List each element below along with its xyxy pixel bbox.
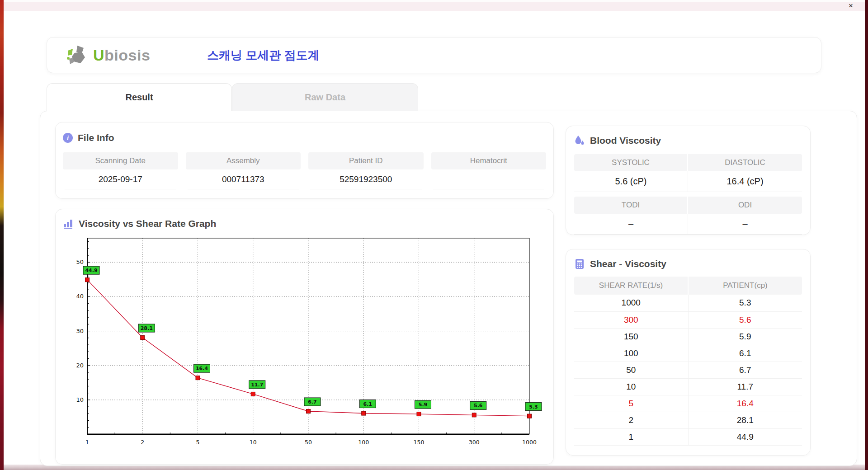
svg-text:40: 40 — [76, 293, 84, 300]
svg-text:5.9: 5.9 — [419, 402, 428, 408]
field-label-assembly: Assembly — [186, 152, 301, 169]
systolic-value: 5.6 (cP) — [574, 171, 688, 192]
svg-text:1000: 1000 — [522, 439, 537, 446]
shear-viscosity-title: Shear - Viscosity — [590, 258, 666, 269]
svg-text:50: 50 — [76, 258, 84, 265]
diastolic-value: 16.4 (cP) — [688, 171, 802, 192]
field-value-hematocrit — [433, 169, 545, 189]
svg-text:28.1: 28.1 — [141, 325, 153, 331]
systolic-label: SYSTOLIC — [574, 154, 688, 171]
svg-text:20: 20 — [76, 362, 84, 369]
patient-cp-cell: 6.1 — [688, 345, 802, 362]
svg-text:1: 1 — [85, 439, 89, 446]
tab-result[interactable]: Result — [47, 83, 232, 111]
svg-text:5.3: 5.3 — [529, 404, 538, 410]
ubiosis-logo: Ubiosis — [66, 45, 162, 66]
file-info-grid: Scanning Date Assembly Patient ID Hemato… — [63, 152, 546, 189]
blood-viscosity-table: SYSTOLIC DIASTOLIC 5.6 (cP) 16.4 (cP) TO… — [574, 154, 802, 235]
svg-text:10: 10 — [250, 439, 257, 446]
svg-text:2: 2 — [141, 439, 144, 446]
blood-viscosity-title: Blood Viscosity — [590, 135, 661, 146]
todi-value: – — [574, 214, 688, 235]
svg-text:44.9: 44.9 — [85, 268, 97, 273]
blood-viscosity-card: Blood Viscosity SYSTOLIC DIASTOLIC 5.6 (… — [566, 126, 811, 235]
shear-table-row: 1006.1 — [574, 345, 802, 362]
shear-table-row: 506.7 — [574, 362, 802, 378]
shear-rate-cell: 2 — [574, 412, 688, 428]
app-window: Ubiosis 스캐닝 모세관 점도계 Result Raw Data i Fi… — [4, 11, 865, 465]
patient-cp-cell: 5.6 — [688, 311, 802, 328]
calculator-icon — [574, 258, 585, 269]
file-info-title: File Info — [78, 132, 114, 143]
brand-name: Ubiosis — [93, 47, 150, 64]
close-icon[interactable]: × — [849, 2, 853, 9]
shear-rate-cell: 150 — [574, 328, 688, 345]
shear-table-row: 516.4 — [574, 395, 802, 412]
svg-text:30: 30 — [76, 328, 84, 334]
brand-letter-u: U — [93, 47, 104, 64]
shear-table-row: 144.9 — [574, 428, 802, 445]
field-value-scanning-date: 2025-09-17 — [65, 169, 176, 189]
header-card: Ubiosis 스캐닝 모세관 점도계 — [47, 37, 821, 73]
window-titlebar: × — [4, 0, 865, 11]
shear-rate-cell: 5 — [574, 395, 688, 412]
field-label-scanning-date: Scanning Date — [63, 152, 178, 169]
field-value-patient-id: 52591923500 — [310, 169, 422, 189]
patient-cp-cell: 5.3 — [688, 295, 802, 311]
field-label-hematocrit: Hematocrit — [431, 152, 547, 169]
svg-text:5.6: 5.6 — [474, 403, 483, 409]
patient-column-header: PATIENT(cp) — [688, 277, 802, 295]
ubiosis-logo-icon — [66, 45, 90, 66]
page-title: 스캐닝 모세관 점도계 — [207, 47, 319, 63]
shear-table-row: 228.1 — [574, 412, 802, 428]
todi-label: TODI — [574, 197, 688, 214]
svg-text:150: 150 — [414, 439, 425, 446]
row-gap — [574, 192, 802, 197]
diastolic-label: DIASTOLIC — [688, 154, 802, 171]
shear-table-row: 1505.9 — [574, 328, 802, 345]
shear-table-body: 10005.33005.61505.91006.1506.71011.7516.… — [574, 295, 802, 445]
info-icon: i — [63, 133, 73, 143]
shear-table-row: 10005.3 — [574, 295, 802, 311]
patient-cp-cell: 44.9 — [688, 428, 802, 445]
desktop-edge-right — [865, 0, 868, 470]
odi-value: – — [688, 214, 802, 235]
file-info-card: i File Info Scanning Date Assembly Patie… — [55, 122, 554, 199]
odi-label: ODI — [688, 197, 802, 214]
droplets-icon — [574, 135, 585, 146]
screen: × Ubiosis 스캐닝 모세관 점도계 Result Raw Data i — [0, 0, 868, 470]
svg-text:6.1: 6.1 — [363, 401, 373, 407]
shear-viscosity-card: Shear - Viscosity SHEAR RATE(1/s) PATIEN… — [566, 249, 811, 456]
viscosity-chart: 10203040501251050100150300100044.928.116… — [70, 233, 542, 451]
svg-text:16.4: 16.4 — [196, 366, 208, 371]
svg-text:10: 10 — [76, 396, 84, 403]
shear-viscosity-header: Shear - Viscosity — [574, 258, 802, 269]
shear-rate-cell: 1000 — [574, 295, 688, 311]
svg-text:11.7: 11.7 — [251, 382, 263, 388]
desktop-edge-left — [0, 0, 4, 470]
svg-text:5: 5 — [196, 439, 200, 446]
svg-text:6.7: 6.7 — [308, 399, 317, 405]
shear-rate-cell: 1 — [574, 428, 688, 445]
patient-cp-cell: 6.7 — [688, 362, 802, 378]
blood-viscosity-header: Blood Viscosity — [574, 135, 802, 146]
graph-header: Viscosity vs Shear Rate Graph — [63, 218, 546, 229]
patient-cp-cell: 5.9 — [688, 328, 802, 345]
shear-rate-column-header: SHEAR RATE(1/s) — [574, 277, 688, 295]
shear-viscosity-table: SHEAR RATE(1/s) PATIENT(cp) 10005.33005.… — [574, 277, 802, 446]
file-info-header: i File Info — [63, 132, 546, 143]
svg-text:300: 300 — [469, 439, 480, 446]
brand-rest: biosis — [104, 47, 150, 64]
shear-rate-cell: 10 — [574, 378, 688, 395]
patient-cp-cell: 11.7 — [688, 378, 802, 395]
svg-text:100: 100 — [358, 439, 369, 446]
shear-table-row: 3005.6 — [574, 311, 802, 328]
patient-cp-cell: 16.4 — [688, 395, 802, 412]
svg-text:50: 50 — [305, 439, 312, 446]
viscosity-graph-card: Viscosity vs Shear Rate Graph 1020304050… — [55, 209, 554, 465]
chart-area: 10203040501251050100150300100044.928.116… — [70, 233, 546, 452]
shear-rate-cell: 100 — [574, 345, 688, 362]
bar-chart-icon — [63, 219, 74, 229]
tab-raw-data[interactable]: Raw Data — [232, 83, 418, 111]
shear-rate-cell: 300 — [574, 311, 688, 328]
